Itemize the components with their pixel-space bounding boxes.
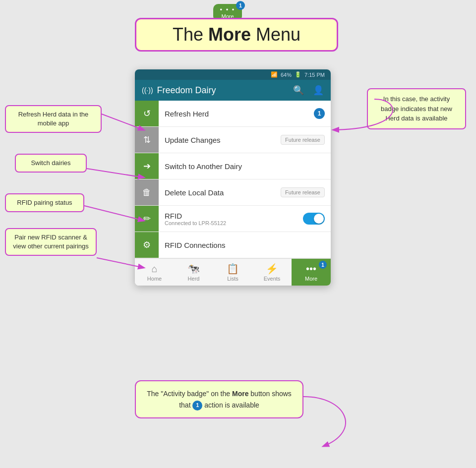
annotation-bottom-badge: 1 — [192, 401, 202, 410]
title-prefix: The — [173, 24, 208, 45]
annotation-switch-dairies: Switch dairies — [15, 154, 87, 173]
delete-local-future-badge: Future release — [281, 187, 325, 197]
rfid-icon: ✏ — [135, 206, 159, 232]
refresh-herd-badge: 1 — [314, 108, 325, 119]
menu-item-rfid-connections[interactable]: ⚙ RFID Connections — [135, 232, 331, 258]
refresh-herd-icon: ↺ — [135, 101, 159, 126]
menu-item-refresh-herd[interactable]: ↺ Refresh Herd 1 — [135, 101, 331, 127]
signal-strength: 64% — [281, 72, 292, 78]
annotation-bottom-end: action is available — [204, 401, 259, 409]
nav-home-label: Home — [147, 276, 162, 282]
rfid-connections-label: RFID Connections — [159, 241, 331, 249]
switch-dairy-label: Switch to Another Dairy — [159, 162, 331, 171]
rfid-toggle-container — [303, 213, 325, 225]
status-bar: 📶 64% 🔋 7:15 PM — [135, 69, 331, 80]
lists-icon: 📋 — [227, 263, 239, 275]
nav-herd-label: Herd — [188, 276, 200, 282]
dairy-name: ((·)) Freedom Dairy — [142, 85, 216, 96]
annotation-bottom-bold: More — [232, 390, 248, 398]
bottom-nav: ⌂ Home 🐄 Herd 📋 Lists ⚡ Events 1 ••• Mor… — [135, 258, 331, 286]
annotation-bottom-pre: The "Activity badge" on the — [147, 390, 232, 398]
herd-icon: 🐄 — [187, 263, 200, 275]
header-icons: 🔍 👤 — [293, 85, 324, 96]
annotation-refresh-herd-text: Refresh Herd data in the mobile app — [18, 111, 89, 127]
menu-item-delete-local[interactable]: 🗑 Delete Local Data Future release — [135, 179, 331, 206]
nav-more-label: More — [305, 276, 317, 282]
delete-local-label: Delete Local Data — [159, 188, 281, 197]
rfid-toggle[interactable] — [303, 213, 325, 225]
battery-icon: 🔋 — [295, 71, 301, 78]
annotation-bottom: The "Activity badge" on the More button … — [135, 380, 303, 418]
nav-lists-label: Lists — [227, 276, 238, 282]
menu-item-update-changes[interactable]: ⇅ Update Changes Future release — [135, 127, 331, 153]
app-header: ((·)) Freedom Dairy 🔍 👤 — [135, 80, 331, 101]
events-icon: ⚡ — [266, 263, 278, 275]
update-changes-future-badge: Future release — [281, 135, 325, 145]
menu-item-rfid[interactable]: ✏ RFID Connected to LPR-55122 — [135, 206, 331, 232]
annotation-activity-badge: In this case, the activity badge indicat… — [367, 88, 466, 129]
signal-wave-icon: ((·)) — [142, 86, 153, 94]
nav-more-badge: 1 — [319, 261, 327, 269]
delete-local-icon: 🗑 — [135, 179, 159, 205]
title-suffix: Menu — [251, 24, 300, 45]
profile-icon[interactable]: 👤 — [313, 85, 324, 96]
menu-item-switch-dairy[interactable]: ➔ Switch to Another Dairy — [135, 153, 331, 179]
annotation-rfid-status: RFID pairing status — [5, 193, 84, 212]
time-display: 7:15 PM — [304, 72, 325, 78]
rfid-sublabel: Connected to LPR-55122 — [165, 220, 297, 226]
rfid-connections-icon: ⚙ — [135, 232, 159, 258]
search-icon[interactable]: 🔍 — [293, 85, 304, 96]
nav-home[interactable]: ⌂ Home — [135, 259, 174, 286]
nav-lists[interactable]: 📋 Lists — [213, 259, 252, 286]
title-bold: More — [208, 24, 251, 45]
annotation-refresh-herd: Refresh Herd data in the mobile app — [5, 105, 102, 133]
update-changes-icon: ⇅ — [135, 127, 159, 153]
nav-events[interactable]: ⚡ Events — [252, 259, 292, 286]
menu-list: ↺ Refresh Herd 1 ⇅ Update Changes Future… — [135, 101, 331, 258]
annotation-activity-badge-text: In this case, the activity badge indicat… — [381, 95, 452, 122]
dairy-name-text: Freedom Dairy — [157, 85, 216, 96]
rfid-toggle-knob — [314, 214, 324, 224]
more-badge-top: 1 — [236, 1, 245, 10]
nav-more[interactable]: 1 ••• More — [292, 259, 331, 286]
phone-mockup: 📶 64% 🔋 7:15 PM ((·)) Freedom Dairy 🔍 👤 … — [135, 69, 331, 286]
switch-dairy-icon: ➔ — [135, 153, 159, 179]
nav-events-label: Events — [264, 276, 281, 282]
annotation-rfid-pair-text: Pair new RFID scanner & view other curre… — [13, 234, 88, 250]
annotation-rfid-pair: Pair new RFID scanner & view other curre… — [5, 228, 97, 256]
rfid-label: RFID Connected to LPR-55122 — [159, 212, 303, 226]
annotation-rfid-status-text: RFID pairing status — [17, 199, 72, 206]
refresh-herd-label: Refresh Herd — [159, 110, 314, 118]
nav-herd[interactable]: 🐄 Herd — [174, 259, 213, 286]
home-icon: ⌂ — [151, 263, 157, 275]
update-changes-label: Update Changes — [159, 136, 281, 144]
page-title-box: The More Menu — [135, 18, 338, 52]
annotation-switch-dairies-text: Switch dairies — [31, 159, 70, 167]
wifi-icon: 📶 — [271, 71, 278, 78]
more-icon: ••• — [306, 263, 316, 275]
